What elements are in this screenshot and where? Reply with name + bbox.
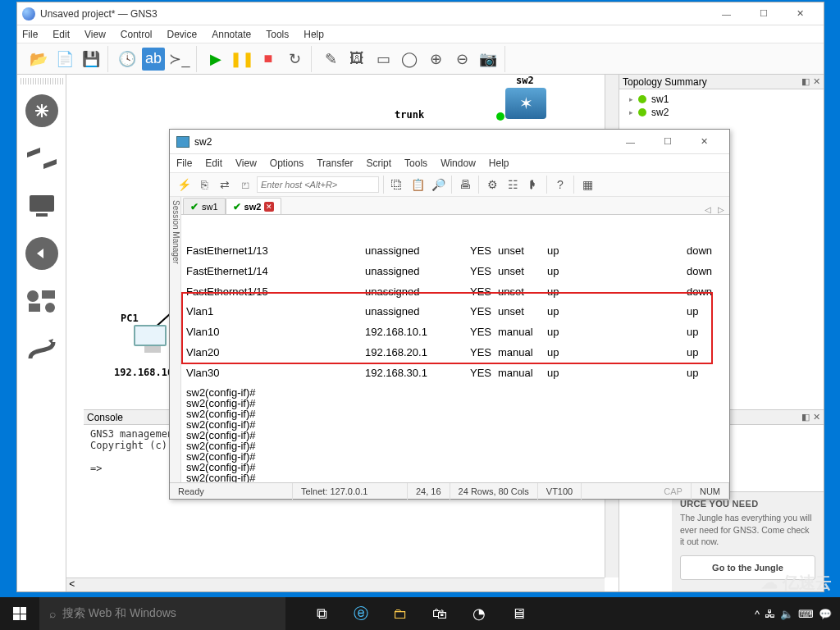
- gns3-titlebar[interactable]: Unsaved project* — GNS3 — ☐ ✕: [17, 2, 824, 25]
- disconnect-icon[interactable]: ⏍: [236, 176, 254, 194]
- topology-item-sw1[interactable]: ▸sw1: [623, 93, 820, 106]
- close-button[interactable]: ✕: [782, 2, 819, 25]
- menu-file[interactable]: File: [22, 29, 38, 40]
- open-project-icon[interactable]: 📂: [27, 48, 50, 71]
- stop-all-icon[interactable]: ■: [257, 48, 280, 71]
- sessionopt-icon[interactable]: ☷: [504, 176, 522, 194]
- menu-control[interactable]: Control: [121, 29, 153, 40]
- maximize-button[interactable]: ☐: [649, 130, 686, 153]
- reload-all-icon[interactable]: ↻: [283, 48, 306, 71]
- session-manager-sidebar[interactable]: Session Manager: [170, 197, 181, 482]
- snapshot-icon[interactable]: 🕓: [116, 48, 139, 71]
- term-menu-edit[interactable]: Edit: [205, 158, 222, 169]
- save-project-icon[interactable]: 💾: [80, 48, 103, 71]
- pc1-device-icon[interactable]: [134, 325, 171, 358]
- tray-network-icon[interactable]: 🖧: [765, 608, 775, 620]
- tray-input-icon[interactable]: ⌨: [798, 608, 814, 620]
- check-icon: ✔: [233, 201, 241, 212]
- tray-up-icon[interactable]: ^: [755, 608, 760, 620]
- term-menu-file[interactable]: File: [176, 158, 192, 169]
- menu-view[interactable]: View: [84, 29, 106, 40]
- app1-icon[interactable]: ◔: [459, 597, 499, 630]
- taskview-icon[interactable]: ⧉: [302, 597, 341, 630]
- terminal-titlebar[interactable]: sw2 — ☐ ✕: [170, 130, 729, 154]
- annotate-ellipse-icon[interactable]: ◯: [398, 48, 421, 71]
- term-menu-window[interactable]: Window: [441, 158, 476, 169]
- new-project-icon[interactable]: 📄: [53, 48, 76, 71]
- palette-handle[interactable]: [21, 78, 63, 84]
- tray-notif-icon[interactable]: 💬: [819, 608, 832, 620]
- store-icon[interactable]: 🛍: [420, 597, 459, 630]
- pause-all-icon[interactable]: ❚❚: [231, 48, 253, 71]
- svg-point-4: [27, 290, 39, 302]
- tab-prev-icon[interactable]: ◁: [705, 205, 711, 214]
- interface-row: Vlan10192.168.10.1YESmanualupup: [186, 326, 724, 340]
- terminal-statusbar: Ready Telnet: 127.0.0.1 24, 16 24 Rows, …: [170, 482, 729, 499]
- security-category-icon[interactable]: [21, 231, 63, 276]
- show-labels-icon[interactable]: ab: [142, 48, 165, 71]
- edge-icon[interactable]: ⓔ: [341, 597, 381, 630]
- annotate-rect-icon[interactable]: ▭: [372, 48, 395, 71]
- log-icon[interactable]: 🖡: [524, 176, 542, 194]
- minimize-button[interactable]: —: [612, 130, 649, 153]
- menu-help[interactable]: Help: [304, 29, 324, 40]
- reconnect-icon[interactable]: ⇄: [216, 176, 234, 194]
- paste-icon[interactable]: 📋: [409, 176, 427, 194]
- tab-sw2[interactable]: ✔sw2✕: [226, 198, 282, 214]
- console-all-icon[interactable]: ≻_: [168, 48, 191, 71]
- zoom-in-icon[interactable]: ⊕: [424, 48, 447, 71]
- tab-next-icon[interactable]: ▷: [718, 205, 724, 214]
- enddevice-category-icon[interactable]: [21, 183, 63, 229]
- switch-category-icon[interactable]: [21, 135, 63, 181]
- help-icon[interactable]: ?: [551, 176, 569, 194]
- annotate-note-icon[interactable]: ✎: [319, 48, 342, 71]
- tray-sound-icon[interactable]: 🔈: [780, 608, 793, 620]
- term-menu-options[interactable]: Options: [270, 158, 304, 169]
- annotate-image-icon[interactable]: 🖼: [345, 48, 368, 71]
- menu-tools[interactable]: Tools: [266, 29, 289, 40]
- h-scrollbar[interactable]: <: [66, 578, 605, 591]
- sw2-device-icon[interactable]: ✶: [505, 88, 546, 119]
- menu-device[interactable]: Device: [167, 29, 198, 40]
- pane-close-icon[interactable]: ✕: [813, 76, 820, 87]
- minimize-button[interactable]: —: [708, 2, 745, 25]
- find-icon[interactable]: 🔎: [429, 176, 447, 194]
- svg-rect-2: [36, 213, 48, 217]
- tab-sw1[interactable]: ✔sw1: [183, 198, 226, 214]
- connect-icon[interactable]: ⎘: [195, 176, 213, 194]
- screenshot-icon[interactable]: 📷: [477, 48, 500, 71]
- print-icon[interactable]: 🖶: [456, 176, 474, 194]
- term-menu-view[interactable]: View: [235, 158, 257, 169]
- start-button[interactable]: [0, 597, 39, 630]
- zoom-out-icon[interactable]: ⊖: [450, 48, 473, 71]
- copy-icon[interactable]: ⿻: [388, 176, 406, 194]
- trunk-label: trunk: [395, 109, 424, 121]
- term-menu-help[interactable]: Help: [489, 158, 509, 169]
- menu-edit[interactable]: Edit: [52, 29, 70, 40]
- start-all-icon[interactable]: ▶: [204, 48, 227, 71]
- toolbar-extra-icon[interactable]: ▦: [578, 176, 596, 194]
- topology-item-sw2[interactable]: ▸sw2: [623, 106, 820, 119]
- options-icon[interactable]: ⚙: [483, 176, 501, 194]
- pane-float-icon[interactable]: ◧: [801, 76, 810, 87]
- terminal-output[interactable]: FastEthernet1/13unassignedYESunsetupdown…: [181, 215, 729, 482]
- pane-close-icon[interactable]: ✕: [813, 412, 820, 422]
- menu-annotate[interactable]: Annotate: [212, 29, 251, 40]
- host-input[interactable]: [257, 176, 379, 193]
- term-menu-tools[interactable]: Tools: [404, 158, 427, 169]
- term-menu-transfer[interactable]: Transfer: [317, 158, 353, 169]
- app2-icon[interactable]: 🖥: [499, 597, 538, 630]
- alldevices-category-icon[interactable]: [21, 278, 63, 324]
- tab-close-icon[interactable]: ✕: [264, 202, 274, 212]
- addlink-icon[interactable]: [21, 326, 63, 372]
- taskbar-search[interactable]: ⌕ 搜索 Web 和 Windows: [39, 597, 285, 630]
- system-tray[interactable]: ^ 🖧 🔈 ⌨ 💬: [755, 597, 840, 630]
- quickconnect-icon[interactable]: ⚡: [175, 176, 193, 194]
- router-category-icon[interactable]: [21, 88, 63, 134]
- maximize-button[interactable]: ☐: [745, 2, 782, 25]
- explorer-icon[interactable]: 🗀: [381, 597, 420, 630]
- close-button[interactable]: ✕: [686, 130, 723, 153]
- interface-row: Vlan30192.168.30.1YESmanualupup: [186, 367, 724, 381]
- term-menu-script[interactable]: Script: [366, 158, 391, 169]
- pane-float-icon[interactable]: ◧: [801, 412, 810, 422]
